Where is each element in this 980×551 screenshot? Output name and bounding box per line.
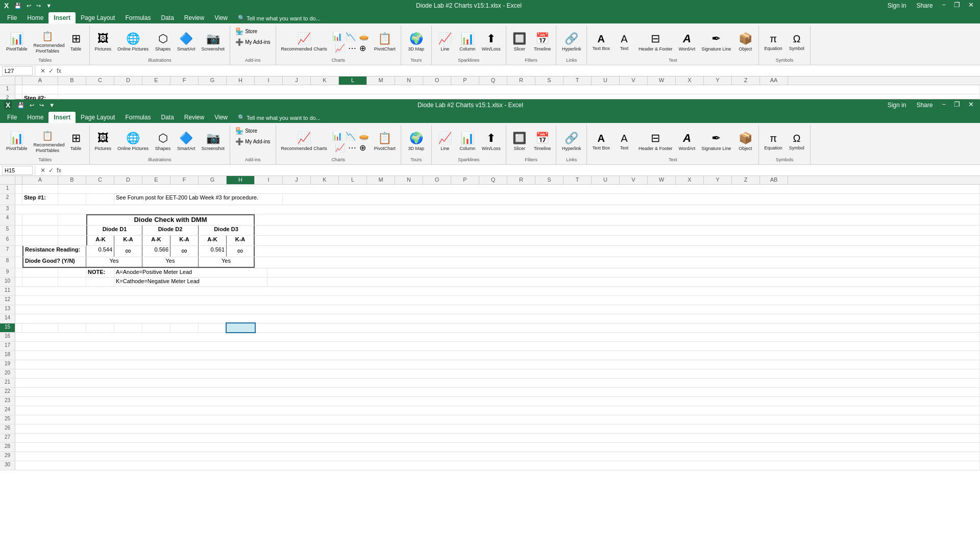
formula-input-bg[interactable]	[64, 68, 978, 74]
fg-r6-b[interactable]	[58, 236, 86, 245]
fg-r26-cells[interactable]	[15, 424, 980, 433]
screenshot-btn-fg[interactable]: 📷 Screenshot	[200, 131, 227, 153]
area-chart-icon-bg[interactable]: 📈	[334, 43, 346, 54]
line-spark-btn-fg[interactable]: 📈 Line	[435, 131, 455, 153]
my-addins-btn-fg[interactable]: ➕ My Add-ins	[233, 137, 272, 146]
table-btn-fg[interactable]: ⊞ Table	[66, 131, 86, 153]
minimize-btn-bg[interactable]: −	[940, 1, 948, 10]
qat-save-bg[interactable]: 💾	[13, 2, 23, 10]
fg-r18-cells[interactable]	[15, 351, 980, 360]
fg-r5-rest[interactable]	[255, 226, 980, 235]
confirm-formula-btn-bg[interactable]: ✓	[47, 67, 55, 74]
sigline-btn-bg[interactable]: ✒ Signature Line	[699, 31, 733, 53]
recommended-charts-btn-bg[interactable]: 📈 Recommended Charts	[279, 31, 329, 53]
fg-r15-f[interactable]	[170, 323, 199, 332]
fg-r10-spacer[interactable]	[15, 278, 22, 286]
qat-redo-bg[interactable]: ↪	[35, 2, 42, 10]
qat-undo-bg[interactable]: ↩	[25, 2, 33, 10]
fg-r7-rest[interactable]	[255, 246, 980, 257]
fg-r15-rest[interactable]	[255, 323, 980, 332]
fg-r9-spacer[interactable]	[15, 268, 22, 277]
restore-btn-fg[interactable]: ❐	[952, 101, 962, 110]
smartart-btn-bg[interactable]: 🔷 SmartArt	[175, 31, 198, 53]
line-chart-icon-bg[interactable]: 📉	[345, 31, 357, 42]
fg-r8-rest[interactable]	[255, 257, 980, 268]
object-btn-fg[interactable]: 📦 Object	[735, 131, 755, 153]
pictures-btn-fg[interactable]: 🖼 Pictures	[93, 131, 114, 153]
tab-formulas-fg[interactable]: Formulas	[120, 112, 156, 123]
bg-cell-1rest[interactable]	[58, 85, 980, 94]
pivot-table-btn-bg[interactable]: 📊 PivotTable	[4, 31, 30, 53]
my-addins-btn-bg[interactable]: ➕ My Add-ins	[233, 37, 272, 47]
fg-r30-cells[interactable]	[15, 461, 980, 470]
fg-r24-cells[interactable]	[15, 406, 980, 415]
fg-r2-step1[interactable]: Step #1:	[22, 194, 58, 205]
online-pictures-btn-fg[interactable]: 🌐 Online Pictures	[115, 131, 151, 153]
win-loss-btn-fg[interactable]: ⬆ Win/Loss	[480, 131, 503, 153]
symbol-btn-fg[interactable]: Ω Symbol	[787, 132, 807, 152]
share-btn-fg[interactable]: Share	[913, 101, 936, 110]
fg-r4-rest[interactable]	[255, 214, 980, 225]
object-btn-bg[interactable]: 📦 Object	[735, 31, 755, 53]
bar-chart-icon-fg[interactable]: 📊	[331, 131, 344, 141]
fg-r15-b[interactable]	[58, 323, 86, 332]
qat-undo-fg[interactable]: ↩	[28, 101, 36, 110]
fg-r2-c[interactable]	[86, 194, 114, 205]
screenshot-btn-bg[interactable]: 📷 Screenshot	[200, 31, 227, 53]
line-chart-icon-fg[interactable]: 📉	[345, 131, 357, 141]
line-spark-btn-bg[interactable]: 📈 Line	[435, 31, 455, 53]
fg-r2-step1-text[interactable]: See Forum post for EET-200 Lab Week #3 f…	[114, 194, 283, 205]
online-pictures-btn-bg[interactable]: 🌐 Online Pictures	[115, 31, 151, 53]
fg-r8-d3-good[interactable]: Yes	[199, 257, 255, 268]
sigline-btn-fg[interactable]: ✒ Signature Line	[699, 131, 733, 153]
fg-r10-a[interactable]	[22, 278, 58, 286]
pivot-table-btn-fg[interactable]: 📊 PivotTable	[4, 131, 30, 153]
bar-chart-icon-bg[interactable]: 📊	[331, 31, 344, 42]
shapes-btn-fg[interactable]: ⬡ Shapes	[153, 131, 173, 153]
pie-chart-icon-fg[interactable]: 🥧	[358, 131, 370, 141]
tab-data-bg[interactable]: Data	[156, 12, 179, 23]
store-btn-fg[interactable]: 🏪 Store	[233, 126, 259, 136]
pivotchart-btn-bg[interactable]: 📋 PivotChart	[372, 31, 398, 53]
restore-btn-bg[interactable]: ❐	[952, 1, 962, 10]
header-footer-btn-fg[interactable]: ⊟ Header & Footer	[636, 131, 675, 153]
signin-btn-bg[interactable]: Sign in	[885, 1, 910, 10]
tab-formulas-bg[interactable]: Formulas	[120, 12, 156, 23]
fg-r28-cells[interactable]	[15, 443, 980, 452]
qat-save-fg[interactable]: 💾	[16, 101, 26, 110]
more-charts-icon-fg[interactable]: ⊕	[358, 142, 367, 153]
bg-cell-1b[interactable]	[22, 85, 58, 94]
win-loss-btn-bg[interactable]: ⬆ Win/Loss	[480, 31, 503, 53]
slicer-btn-bg[interactable]: 🔲 Slicer	[509, 31, 530, 53]
tab-view-fg[interactable]: View	[209, 112, 233, 123]
fg-r13-cells[interactable]	[15, 305, 980, 314]
fg-r5-b[interactable]	[58, 226, 86, 235]
fg-r15-e[interactable]	[142, 323, 170, 332]
tab-home-fg[interactable]: Home	[22, 112, 48, 123]
qat-more-bg[interactable]: ▼	[44, 2, 53, 10]
cancel-formula-btn-bg[interactable]: ✕	[39, 67, 46, 74]
fg-r7-d3-ka[interactable]: ∞	[227, 246, 255, 257]
equation-btn-fg[interactable]: π Equation	[762, 132, 785, 152]
fg-r7-d1-ak[interactable]: 0.544	[86, 246, 114, 257]
scatter-chart-icon-fg[interactable]: ⋯	[347, 142, 357, 153]
fg-r3-cells[interactable]	[15, 205, 980, 214]
pie-chart-icon-bg[interactable]: 🥧	[358, 31, 370, 42]
pictures-btn-bg[interactable]: 🖼 Pictures	[93, 31, 114, 53]
fg-r23-cells[interactable]	[15, 397, 980, 406]
fg-r5-spacer[interactable]	[15, 226, 22, 235]
hyperlink-btn-fg[interactable]: 🔗 Hyperlink	[560, 131, 583, 153]
tab-file-bg[interactable]: File	[2, 12, 22, 23]
fg-r7-d2-ak[interactable]: 0.566	[142, 246, 170, 257]
fg-r2-spacer[interactable]	[15, 194, 22, 205]
fg-r15-a[interactable]	[22, 323, 58, 332]
tab-insert-fg[interactable]: Insert	[48, 112, 76, 123]
formula-input-fg[interactable]	[64, 167, 978, 173]
hyperlink-btn-bg[interactable]: 🔗 Hyperlink	[560, 31, 583, 53]
fg-r22-cells[interactable]	[15, 388, 980, 396]
fg-r1-a[interactable]	[22, 185, 58, 193]
fg-r15-d[interactable]	[114, 323, 142, 332]
qat-more-fg[interactable]: ▼	[47, 101, 56, 109]
timeline-btn-bg[interactable]: 📅 Timeline	[532, 31, 553, 53]
fg-r4-spacer[interactable]	[15, 214, 22, 225]
